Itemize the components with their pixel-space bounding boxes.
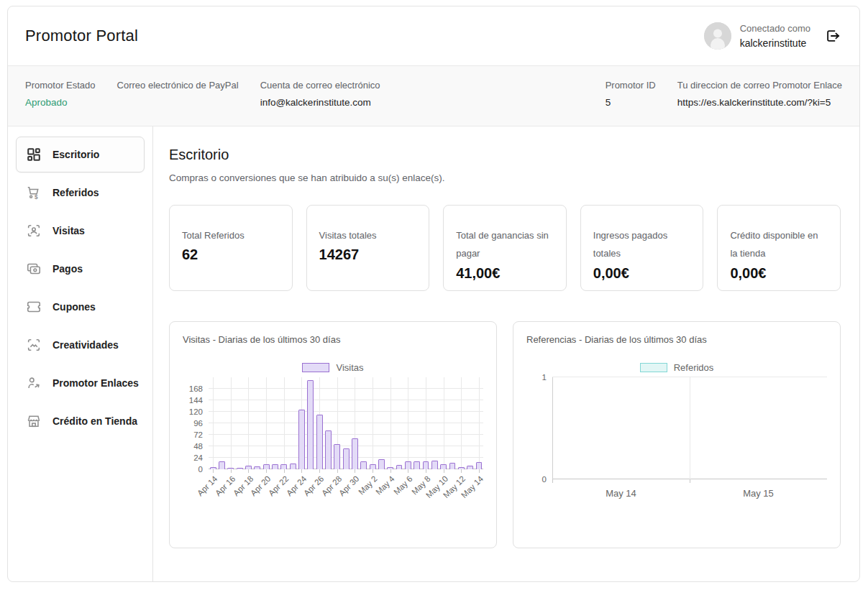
svg-text:$: $	[35, 194, 38, 200]
sidebar-item-pagos[interactable]: Pagos	[16, 251, 145, 287]
store-icon	[26, 413, 42, 429]
sidebar-nav: Escritorio$ReferidosVisitasPagosCuponesC…	[8, 126, 153, 581]
bar	[298, 410, 305, 469]
x-tick-mark	[552, 479, 553, 483]
section-subtitle: Compras o conversiones que se han atribu…	[169, 172, 841, 183]
sidebar-item-escritorio[interactable]: Escritorio	[16, 137, 145, 172]
bar	[290, 464, 296, 469]
referrals-legend-swatch	[640, 363, 667, 372]
stat-card-value: 41,00€	[456, 265, 554, 282]
sidebar-item-label: Cupones	[52, 301, 96, 313]
status-field-label: Tu direccion de correo Promotor Enlace	[677, 80, 842, 91]
username: kalckerinstitute	[740, 37, 810, 49]
user-link-icon	[26, 375, 42, 391]
image-scan-icon	[26, 337, 42, 353]
bar-slot	[306, 377, 315, 469]
bar-slot	[315, 377, 324, 469]
bar	[334, 444, 340, 469]
status-field-label: Cuenta de correo electrónico	[260, 80, 380, 91]
sidebar-item-creatividades[interactable]: Creatividades	[16, 327, 145, 363]
sidebar-item-promotor-enlaces[interactable]: Promotor Enlaces	[16, 365, 145, 401]
stat-card-cre-dito-disponible-en-la-tienda: Crédito disponible en la tienda0,00€	[717, 205, 841, 291]
bar	[370, 464, 376, 469]
sidebar-item-referidos[interactable]: $Referidos	[16, 175, 145, 211]
bar-slot	[466, 377, 475, 469]
visits-chart-card: Visitas - Diarias de los últimos 30 días…	[169, 321, 497, 548]
stat-card-label: Total Referidos	[182, 226, 280, 244]
referrals-bar-chart: 01May 14May 15	[526, 377, 827, 499]
bar-slot	[270, 377, 279, 469]
bar-slot	[209, 377, 217, 469]
y-tick-label: 48	[193, 442, 203, 451]
status-field-value: Aprobado	[25, 97, 96, 109]
sidebar-item-cre-dito-en-tienda[interactable]: Crédito en Tienda	[16, 403, 145, 439]
status-field-value: info@kalckerinstitute.com	[260, 97, 380, 109]
bar	[272, 464, 278, 469]
status-bar: Promotor EstadoAprobadoCorreo electrónic…	[8, 65, 859, 126]
bar-slot	[377, 377, 385, 469]
stat-card-ingresos-pagados-totales: Ingresos pagados totales0,00€	[580, 205, 704, 291]
bar	[343, 448, 350, 469]
bar-slot	[386, 377, 395, 469]
y-axis: 01	[526, 377, 552, 479]
bar-slot	[280, 377, 288, 469]
bar-slot	[288, 377, 297, 469]
bar-slot	[552, 377, 690, 479]
bar-slot	[403, 377, 412, 469]
status-field-correo-electro-nico-de-paypal: Correo electrónico de PayPal	[117, 80, 239, 109]
plot-area	[209, 377, 483, 469]
status-field-value: https://es.kalckerinstitute.com/?ki=5	[677, 97, 842, 109]
connected-as-label: Conectado como	[740, 23, 810, 34]
sidebar-item-label: Crédito en Tienda	[52, 415, 137, 427]
bar	[449, 463, 456, 469]
bar-slot	[360, 377, 368, 469]
sidebar-item-cupones[interactable]: Cupones	[16, 289, 145, 325]
page-title: Promotor Portal	[25, 27, 138, 45]
y-tick-label: 1	[542, 373, 547, 382]
bar	[307, 380, 314, 469]
bar-slot	[227, 377, 235, 469]
sidebar-item-label: Escritorio	[52, 149, 99, 160]
bars-layer	[209, 377, 483, 469]
bar-slot	[244, 377, 252, 469]
y-tick-label: 72	[193, 430, 203, 439]
status-field-value: 5	[606, 97, 656, 109]
y-tick-label: 168	[189, 384, 203, 393]
x-tick-label: May 14	[552, 479, 690, 499]
bar	[280, 464, 287, 469]
bar	[263, 464, 270, 469]
cart-dollar-icon: $	[26, 185, 42, 200]
visits-chart-title: Visitas - Diarias de los últimos 30 días	[183, 334, 483, 345]
bar	[378, 459, 385, 469]
bars-layer	[552, 377, 827, 479]
ticket-icon	[26, 299, 42, 315]
bar-slot	[368, 377, 377, 469]
bar-slot	[217, 377, 226, 469]
y-tick-label: 0	[542, 475, 547, 484]
visits-legend-label: Visitas	[336, 362, 363, 373]
stat-card-value: 62	[182, 246, 280, 263]
visits-bar-chart: 024487296120144168Apr 14Apr 16Apr 18Apr …	[183, 377, 483, 511]
referrals-legend-label: Referidos	[674, 362, 714, 373]
user-text: Conectado como kalckerinstitute	[740, 23, 810, 49]
status-field-label: Promotor ID	[606, 80, 656, 91]
bar	[440, 464, 447, 469]
y-tick-label: 120	[189, 407, 203, 416]
referrals-legend: Referidos	[526, 362, 827, 373]
bar-slot	[235, 377, 244, 469]
bar	[476, 462, 483, 469]
bar	[219, 461, 225, 469]
section-title: Escritorio	[169, 147, 841, 163]
bar	[325, 430, 332, 469]
bar-slot	[439, 377, 448, 469]
avatar	[704, 22, 731, 50]
visits-legend: Visitas	[183, 362, 483, 373]
sidebar-item-visitas[interactable]: Visitas	[16, 213, 145, 249]
bar	[360, 461, 367, 469]
bar	[352, 438, 358, 469]
bar	[414, 461, 420, 469]
stat-card-total-referidos: Total Referidos62	[169, 205, 293, 291]
stat-card-label: Ingresos pagados totales	[593, 226, 691, 263]
bar-slot	[457, 377, 465, 469]
logout-button[interactable]	[823, 27, 842, 45]
